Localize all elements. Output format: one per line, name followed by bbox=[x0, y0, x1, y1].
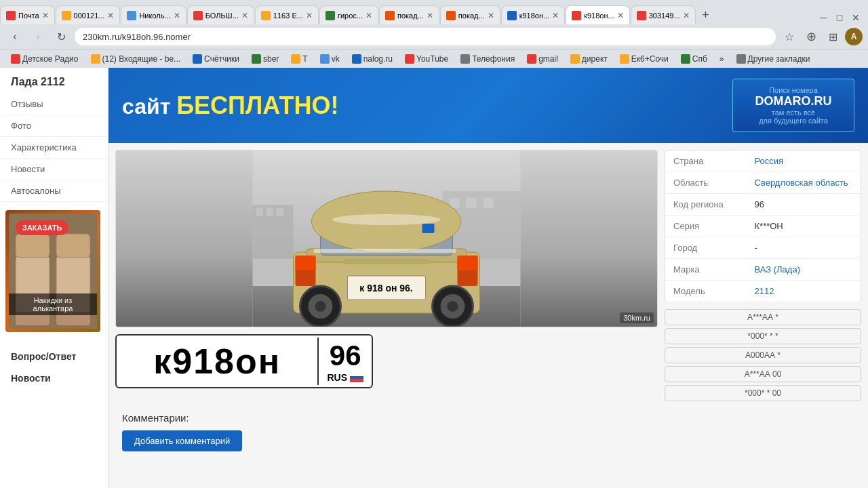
extension-icon[interactable]: ⊕ bbox=[802, 27, 821, 46]
tab-favicon bbox=[326, 11, 335, 20]
forward-button[interactable]: › bbox=[28, 27, 47, 46]
tab-title: гирос... bbox=[338, 12, 363, 20]
bookmark-favicon bbox=[620, 54, 629, 64]
sidebar-item-specs[interactable]: Характеристика bbox=[0, 137, 108, 159]
plate-suggestion[interactable]: А000АА * bbox=[665, 347, 861, 363]
tab-close-icon[interactable]: ✕ bbox=[306, 11, 313, 20]
add-comment-button[interactable]: Добавить комментарий bbox=[122, 430, 242, 451]
plate-suggestions-section: А***АА * *000* * * А000АА * А***АА 00 *0… bbox=[665, 309, 861, 401]
tab-title: к918он... bbox=[584, 12, 614, 20]
order-button[interactable]: ЗАКАЗАТЬ bbox=[16, 220, 68, 235]
table-row: Область Свердловская область bbox=[665, 172, 861, 194]
tab-title: 303149... bbox=[649, 12, 680, 20]
comments-title: Комментарии: bbox=[122, 412, 651, 424]
bookmark-label: Ек6+Сочи bbox=[631, 54, 669, 64]
bookmark-star-icon[interactable]: ☆ bbox=[780, 27, 799, 46]
profile-avatar[interactable]: A bbox=[845, 28, 863, 45]
svg-point-36 bbox=[332, 214, 441, 225]
bookmark-item[interactable]: vk bbox=[315, 53, 345, 65]
sidebar-ad-overlay-text: Накидки из алькантара bbox=[9, 293, 97, 315]
reload-button[interactable]: ↻ bbox=[52, 27, 71, 46]
plate-suggestion[interactable]: А***АА * bbox=[665, 309, 861, 325]
sidebar-item-photos[interactable]: Фото bbox=[0, 115, 108, 137]
plate-suggestion[interactable]: *000* * * bbox=[665, 328, 861, 344]
browser-tab[interactable]: покад... ✕ bbox=[440, 5, 500, 24]
tab-close-icon[interactable]: ✕ bbox=[427, 11, 433, 20]
bookmark-other-button[interactable]: Другие закладки bbox=[731, 53, 816, 65]
svg-text:к 918 он 96.: к 918 он 96. bbox=[359, 283, 413, 293]
russian-flag-icon bbox=[350, 373, 363, 382]
bookmark-item[interactable]: (12) Входящие - be... bbox=[85, 53, 186, 65]
browser-tab[interactable]: 1163 Е... ✕ bbox=[255, 5, 319, 24]
tab-close-icon[interactable]: ✕ bbox=[42, 11, 49, 20]
info-label: Код региона bbox=[665, 194, 747, 216]
sidebar-advertisement[interactable]: ЗАКАЗАТЬ Накидки из алькантара bbox=[5, 210, 100, 332]
close-window-button[interactable]: ✕ bbox=[849, 11, 863, 24]
bookmark-item[interactable]: Телефония bbox=[455, 53, 520, 65]
address-input[interactable]: 230km.ru/k918oh.96.nomer bbox=[75, 28, 776, 45]
plate-suggestion[interactable]: А***АА 00 bbox=[665, 366, 861, 382]
sidebar-item-reviews[interactable]: Отзывы bbox=[0, 94, 108, 115]
browser-tab[interactable]: 303149... ✕ bbox=[631, 5, 696, 24]
back-button[interactable]: ‹ bbox=[5, 27, 24, 46]
bookmark-item[interactable]: Спб bbox=[675, 53, 713, 65]
browser-tab[interactable]: покад... ✕ bbox=[379, 5, 439, 24]
bookmark-item[interactable]: sber bbox=[246, 53, 284, 65]
bookmark-item[interactable]: Счётчики bbox=[187, 53, 245, 65]
sidebar-news-link[interactable]: Новости bbox=[11, 373, 97, 384]
right-column: Страна Россия Область Свердловская облас… bbox=[665, 150, 861, 458]
info-label: Марка bbox=[665, 259, 747, 281]
banner-right[interactable]: Поиск номера DOMARO.RU там есть всё для … bbox=[732, 79, 854, 132]
bookmark-item[interactable]: Детское Радио bbox=[5, 53, 84, 65]
browser-tab[interactable]: 000121... ✕ bbox=[56, 5, 121, 24]
license-plate-section: к918он 96 RUS bbox=[115, 334, 658, 399]
bookmark-label: gmail bbox=[538, 54, 558, 64]
info-value[interactable]: ВАЗ (Лада) bbox=[747, 259, 861, 281]
advertisement-banner[interactable]: сайт БЕСПЛАТНО! Поиск номера DOMARO.RU т… bbox=[108, 68, 868, 143]
bookmark-item[interactable]: директ bbox=[565, 53, 613, 65]
bookmark-item[interactable]: Ек6+Сочи bbox=[614, 53, 674, 65]
bookmark-item[interactable]: nalog.ru bbox=[347, 53, 398, 65]
bookmark-item-youtube[interactable]: YouTube bbox=[399, 53, 454, 65]
tab-close-icon[interactable]: ✕ bbox=[488, 11, 494, 20]
new-tab-button[interactable]: + bbox=[696, 5, 715, 24]
extension2-icon[interactable]: ⊞ bbox=[823, 27, 842, 46]
browser-tab-active[interactable]: к918он... ✕ bbox=[566, 5, 630, 24]
info-value: 96 bbox=[747, 194, 861, 216]
tab-close-icon[interactable]: ✕ bbox=[617, 11, 624, 20]
browser-tab[interactable]: Почта ✕ bbox=[0, 5, 55, 24]
tab-close-icon[interactable]: ✕ bbox=[552, 11, 559, 20]
browser-tab[interactable]: гирос... ✕ bbox=[319, 5, 378, 24]
maximize-button[interactable]: □ bbox=[833, 11, 846, 24]
tab-favicon bbox=[385, 11, 395, 20]
info-value[interactable]: Свердловская область bbox=[747, 172, 861, 194]
tab-favicon bbox=[6, 11, 16, 20]
tab-close-icon[interactable]: ✕ bbox=[107, 11, 114, 20]
tab-close-icon[interactable]: ✕ bbox=[174, 11, 180, 20]
bookmark-item[interactable]: Т bbox=[285, 53, 313, 65]
sidebar-qa-link[interactable]: Вопрос/Ответ bbox=[11, 351, 97, 362]
bookmark-favicon bbox=[11, 54, 20, 64]
page-content: Лада 2112 Отзывы Фото Характеристика Нов… bbox=[0, 68, 868, 488]
tab-close-icon[interactable]: ✕ bbox=[241, 11, 248, 20]
tab-favicon bbox=[62, 11, 71, 20]
banner-text: сайт БЕСПЛАТНО! bbox=[122, 92, 338, 120]
minimize-button[interactable]: ─ bbox=[816, 11, 830, 24]
svg-rect-10 bbox=[256, 208, 263, 216]
sidebar-item-news[interactable]: Новости bbox=[0, 159, 108, 180]
tab-title: покад... bbox=[397, 12, 424, 20]
table-row: Модель 2112 bbox=[665, 281, 861, 302]
browser-tab[interactable]: БОЛЬШ... ✕ bbox=[187, 5, 254, 24]
sidebar-item-dealers[interactable]: Автосалоны bbox=[0, 180, 108, 202]
info-value[interactable]: Россия bbox=[747, 150, 861, 172]
tab-close-icon[interactable]: ✕ bbox=[366, 11, 372, 20]
bookmark-favicon bbox=[193, 54, 202, 64]
table-row: Серия К***ОН bbox=[665, 216, 861, 237]
browser-tab[interactable]: Николь... ✕ bbox=[121, 5, 186, 24]
browser-tab[interactable]: к918он... ✕ bbox=[501, 5, 566, 24]
tab-close-icon[interactable]: ✕ bbox=[683, 11, 690, 20]
info-value[interactable]: 2112 bbox=[747, 281, 861, 302]
plate-suggestion[interactable]: *000* * 00 bbox=[665, 385, 861, 401]
bookmark-more-button[interactable]: » bbox=[714, 53, 730, 65]
bookmark-item[interactable]: gmail bbox=[521, 53, 564, 65]
